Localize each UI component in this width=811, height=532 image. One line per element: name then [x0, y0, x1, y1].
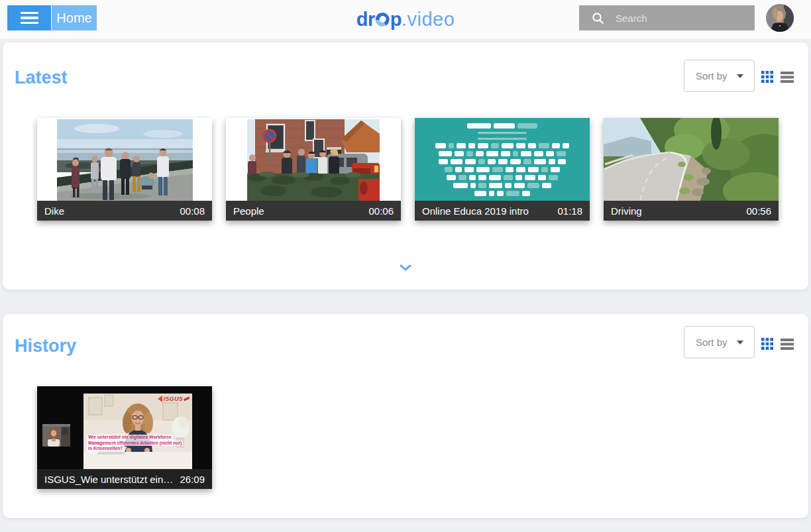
video-thumbnail — [37, 118, 212, 201]
list-view-icon — [781, 72, 794, 83]
history-video-row: ISGUS Wie unterstützt ein digitales Work… — [37, 386, 212, 489]
app-header: Home drop.video — [0, 0, 811, 38]
home-button[interactable]: Home — [52, 5, 97, 30]
video-title-bar: Online Educa 2019 intro 01:18 — [415, 201, 590, 221]
list-view-button[interactable] — [781, 72, 794, 83]
avatar-image — [766, 4, 794, 32]
latest-section: Latest Sort by — [3, 42, 808, 290]
search-icon — [592, 12, 604, 25]
grid-view-button[interactable] — [761, 71, 773, 83]
logo-text-dr: dr — [356, 9, 375, 30]
video-card-dike[interactable]: Dike 00:08 — [37, 118, 212, 221]
search-input[interactable] — [604, 13, 737, 24]
logo-text-video: .video — [402, 9, 455, 30]
chevron-down-icon — [400, 264, 411, 271]
video-duration: 26:09 — [180, 474, 205, 485]
list-view-button[interactable] — [781, 339, 794, 350]
grid-view-button[interactable] — [761, 338, 773, 350]
hamburger-menu-button[interactable] — [7, 5, 51, 30]
isgus-logo: ISGUS — [158, 396, 189, 402]
video-title-bar: Driving 00:56 — [604, 201, 779, 221]
slide-caption: Wie unterstützt ein digitales Workforce … — [87, 435, 183, 452]
video-title: Driving — [611, 205, 741, 217]
grid-view-icon — [761, 338, 773, 350]
video-title: Online Educa 2019 intro — [422, 205, 552, 217]
search-bar — [579, 5, 755, 30]
video-card-people[interactable]: People 00:06 — [226, 118, 401, 221]
video-card-driving[interactable]: Driving 00:56 — [604, 118, 779, 221]
expand-more-button[interactable] — [397, 262, 414, 274]
video-title-bar: ISGUS_Wie unterstützt ein di... 26:09 — [37, 469, 212, 489]
video-duration: 00:06 — [368, 205, 394, 217]
video-title-bar: People 00:06 — [226, 201, 401, 221]
video-title: People — [233, 205, 363, 217]
video-duration: 00:56 — [746, 205, 771, 217]
user-avatar[interactable] — [766, 4, 794, 32]
sort-caret-icon — [737, 74, 743, 78]
video-thumbnail — [415, 118, 590, 201]
logo-text-p: p — [390, 9, 402, 30]
latest-video-row: Dike 00:08 — [37, 118, 779, 221]
history-section: History Sort by — [3, 314, 808, 518]
app-logo[interactable]: drop.video — [356, 0, 455, 38]
video-card-isgus[interactable]: ISGUS Wie unterstützt ein digitales Work… — [37, 386, 212, 489]
sort-by-label: Sort by — [696, 70, 728, 81]
latest-section-title: Latest — [15, 68, 68, 88]
video-thumbnail: ISGUS Wie unterstützt ein digitales Work… — [37, 386, 212, 469]
video-title: Dike — [44, 205, 174, 217]
video-title-bar: Dike 00:08 — [37, 201, 212, 221]
logo-o-icon: o — [376, 13, 390, 27]
latest-sort-by-select[interactable]: Sort by — [684, 60, 755, 92]
video-duration: 00:08 — [180, 205, 205, 217]
video-title: ISGUS_Wie unterstützt ein di... — [44, 474, 174, 485]
sort-by-label: Sort by — [696, 337, 728, 348]
history-section-title: History — [15, 336, 76, 356]
video-thumbnail — [226, 118, 401, 201]
video-duration: 01:18 — [557, 205, 582, 217]
history-sort-by-select[interactable]: Sort by — [684, 326, 755, 358]
isgus-presentation-slide: ISGUS Wie unterstützt ein digitales Work… — [83, 394, 192, 469]
video-thumbnail — [604, 118, 779, 201]
hamburger-menu-icon — [21, 12, 38, 15]
sort-caret-icon — [737, 341, 743, 345]
educa-keyword-board — [415, 118, 590, 201]
video-card-online-educa[interactable]: Online Educa 2019 intro 01:18 — [415, 118, 590, 221]
list-view-icon — [781, 339, 794, 350]
grid-view-icon — [761, 71, 773, 83]
webcam-inset — [42, 424, 70, 447]
